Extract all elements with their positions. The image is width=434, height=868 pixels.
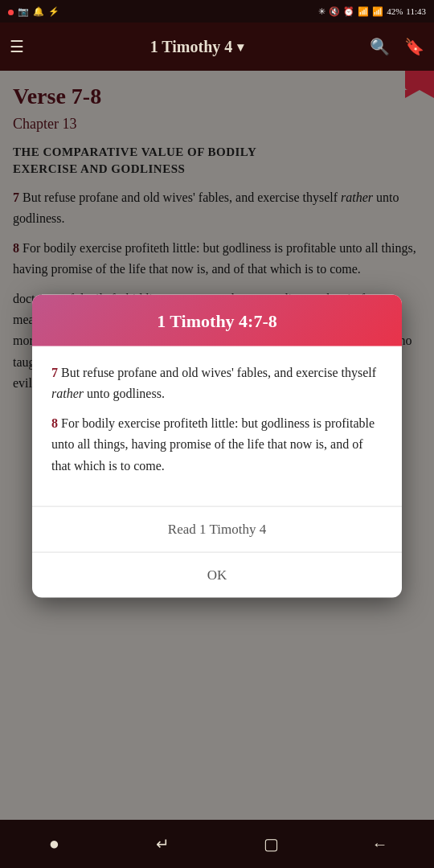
status-icon-2: 🔔 — [33, 6, 44, 17]
status-bar-left: 📷 🔔 ⚡ — [8, 4, 59, 18]
nav-back-button[interactable]: ↵ — [143, 824, 183, 864]
modal-body: 7 But refuse profane and old wives' fabl… — [32, 346, 402, 507]
bookmark-icon[interactable]: 🔖 — [404, 37, 424, 56]
modal-verse-num-8: 8 — [51, 416, 58, 429]
modal-ok-section[interactable]: OK — [32, 553, 402, 598]
alarm-icon: ⏰ — [343, 6, 354, 17]
modal-header: 1 Timothy 4:7-8 — [32, 295, 402, 346]
modal-verse8-text: For bodily exercise profiteth little: bu… — [51, 416, 375, 472]
modal-dialog: 1 Timothy 4:7-8 7 But refuse profane and… — [32, 295, 402, 598]
notification-dot — [8, 4, 14, 18]
bluetooth-icon: ✳ — [318, 6, 326, 17]
ok-button[interactable]: OK — [32, 553, 402, 598]
hamburger-icon[interactable]: ☰ — [10, 37, 24, 56]
bottom-nav: ● ↵ ▢ ← — [0, 820, 434, 868]
mute-icon: 🔇 — [329, 6, 340, 17]
modal-action[interactable]: Read 1 Timothy 4 — [32, 507, 402, 553]
wifi-icon: 📶 — [358, 6, 369, 17]
time-label: 11:43 — [406, 6, 426, 16]
status-icon-1: 📷 — [18, 6, 29, 17]
dropdown-icon: ▾ — [237, 39, 244, 55]
app-bar: ☰ 1 Timothy 4 ▾ 🔍 🔖 — [0, 23, 434, 71]
modal-title: 1 Timothy 4:7-8 — [51, 311, 383, 332]
status-bar-right: ✳ 🔇 ⏰ 📶 📶 42% 11:43 — [318, 6, 426, 17]
read-chapter-button[interactable]: Read 1 Timothy 4 — [32, 507, 402, 552]
modal-verse7-text: But refuse profane and old wives' fables… — [51, 366, 376, 400]
battery-label: 42% — [387, 6, 403, 16]
app-bar-icons: 🔍 🔖 — [370, 37, 424, 56]
status-icon-3: ⚡ — [48, 6, 59, 17]
chapter-title: 1 Timothy 4 — [150, 38, 233, 56]
status-bar: 📷 🔔 ⚡ ✳ 🔇 ⏰ 📶 📶 42% 11:43 — [0, 0, 434, 23]
nav-arrow-button[interactable]: ← — [360, 824, 400, 864]
signal-icon: 📶 — [372, 6, 383, 17]
search-icon[interactable]: 🔍 — [370, 37, 390, 56]
app-bar-title-group[interactable]: 1 Timothy 4 ▾ — [150, 38, 244, 56]
nav-square-button[interactable]: ▢ — [252, 824, 292, 864]
nav-home-button[interactable]: ● — [35, 824, 75, 864]
modal-verse-num-7: 7 — [51, 366, 58, 379]
